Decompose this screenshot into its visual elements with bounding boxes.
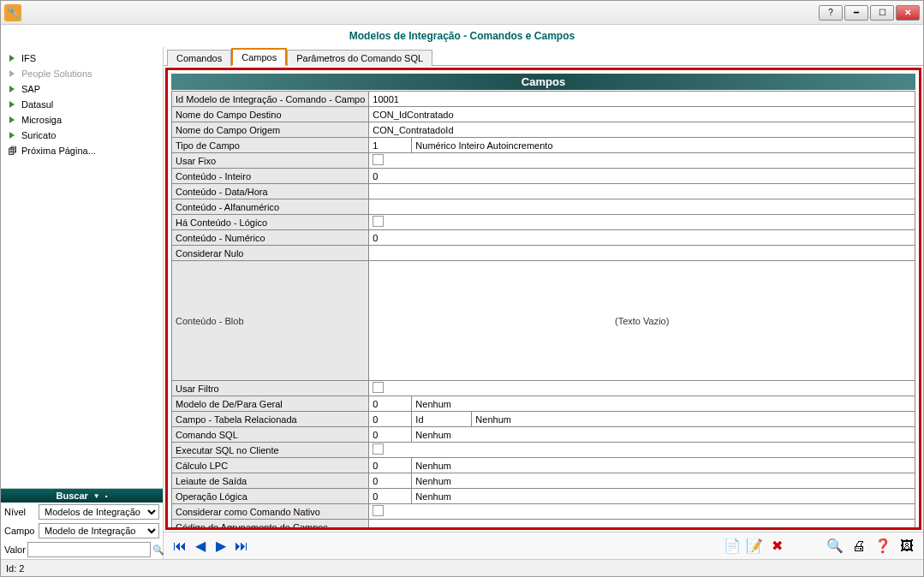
usar-fixo-value[interactable] [369,153,915,169]
modelo-depara-code[interactable]: 0 [369,396,412,412]
considerar-nativo-checkbox[interactable] [373,505,384,516]
calculo-lpc-desc[interactable]: Nenhum [412,458,915,473]
nav-buttons: ⏮ ◀ ▶ ⏭ [170,538,251,555]
usar-fixo-checkbox[interactable] [373,154,384,165]
nav-prev-button[interactable]: ◀ [191,538,210,555]
nome-origem-value[interactable]: CON_ContratadoId [369,122,915,138]
nav-last-button[interactable]: ⏭ [232,538,251,555]
form-table: Id Modelo de Integração - Comando - Camp… [171,91,915,530]
conteudo-datahora-value[interactable] [369,184,915,199]
arrow-icon [6,68,18,80]
close-button[interactable]: ✕ [896,5,920,21]
usar-fixo-label: Usar Fixo [172,153,369,169]
app-window: ? ━ ☐ ✕ Modelos de Integração - Comandos… [0,0,924,577]
tab-comandos[interactable]: Comandos [167,50,231,66]
usar-filtro-checkbox[interactable] [373,382,384,393]
tipo-campo-label: Tipo de Campo [172,138,369,153]
new-button[interactable]: 📄 [723,537,742,556]
ha-conteudo-logico-checkbox[interactable] [373,216,384,227]
considerar-nativo-value[interactable] [369,504,915,520]
considerar-nativo-label: Considerar como Comando Nativo [172,504,369,520]
tree-item-ifs[interactable]: IFS [1,51,163,66]
tab-parametros[interactable]: Parâmetros do Comando SQL [287,50,432,66]
tipo-campo-desc[interactable]: Numérico Inteiro Autoincremento [412,138,915,153]
arrow-icon [6,83,18,95]
minimize-button[interactable]: ━ [844,5,868,21]
delete-button[interactable]: ✖ [767,537,786,556]
calculo-lpc-code[interactable]: 0 [369,458,412,473]
campo-tabela-desc[interactable]: Nenhum [472,412,915,427]
executar-sql-value[interactable] [369,443,915,458]
id-modelo-value[interactable]: 10001 [369,92,915,107]
page-title: Modelos de Integração - Comandos e Campo… [1,25,923,47]
valor-input[interactable] [27,542,151,557]
nivel-select[interactable]: Modelos de Integração [39,504,159,520]
tree-view: IFS People Solutions SAP Datasul Microsi… [1,47,163,488]
campo-select[interactable]: Modelo de Integração [39,523,159,538]
help-button[interactable]: ? [819,5,843,21]
conteudo-datahora-label: Conteúdo - Data/Hora [172,184,369,199]
tree-item-sap[interactable]: SAP [1,81,163,97]
main-area: IFS People Solutions SAP Datasul Microsi… [1,47,923,559]
tree-item-suricato[interactable]: Suricato [1,128,163,143]
modelo-depara-label: Modelo de De/Para Geral [172,396,369,412]
ha-conteudo-logico-label: Há Conteúdo - Lógico [172,215,369,230]
considerar-nulo-value[interactable] [369,246,915,261]
leiaute-saida-code[interactable]: 0 [369,473,412,489]
operacao-logica-desc[interactable]: Nenhum [412,489,915,504]
usar-filtro-value[interactable] [369,381,915,396]
nome-destino-value[interactable]: CON_IdContratado [369,107,915,122]
sidebar: IFS People Solutions SAP Datasul Microsi… [1,47,164,559]
tree-item-datasul[interactable]: Datasul [1,97,163,112]
conteudo-alfa-value[interactable] [369,199,915,215]
dot-icon: • [105,492,108,500]
operacao-logica-code[interactable]: 0 [369,489,412,504]
campo-tabela-id[interactable]: Id [412,412,472,427]
modelo-depara-desc[interactable]: Nenhum [412,396,915,412]
usar-filtro-label: Usar Filtro [172,381,369,396]
conteudo-numerico-label: Conteúdo - Numérico [172,230,369,246]
conteudo-blob-value[interactable]: (Texto Vazio) [369,261,915,381]
tree-item-people-solutions[interactable]: People Solutions [1,66,163,81]
tree-item-label: Microsiga [21,115,62,125]
search-header[interactable]: Buscar ▼ • [1,489,163,503]
campo-label: Campo [4,526,37,536]
nav-first-button[interactable]: ⏮ [170,538,189,555]
campo-tabela-code[interactable]: 0 [369,412,412,427]
print-button[interactable]: 🖨 [849,537,868,556]
comando-sql-code[interactable]: 0 [369,427,412,443]
conteudo-alfa-label: Conteúdo - Alfanumérico [172,199,369,215]
nome-destino-label: Nome do Campo Destino [172,107,369,122]
leiaute-saida-desc[interactable]: Nenhum [412,473,915,489]
conteudo-numerico-value[interactable]: 0 [369,230,915,246]
maximize-button[interactable]: ☐ [870,5,894,21]
bottom-toolbar: ⏮ ◀ ▶ ⏭ 📄 📝 ✖ 🔍 🖨 ❓ 🖼 [164,532,923,559]
arrow-icon [6,114,18,126]
tree-item-label: Próxima Página... [21,146,96,156]
arrow-icon [6,129,18,141]
page-icon [6,145,18,157]
tree-item-label: Datasul [21,99,53,110]
ha-conteudo-logico-value[interactable] [369,215,915,230]
tree-next-page[interactable]: Próxima Página... [1,143,163,158]
help-action-button[interactable]: ❓ [873,537,892,556]
search-button[interactable]: 🔍 [826,537,844,556]
edit-button[interactable]: 📝 [745,537,764,556]
nivel-label: Nível [4,507,37,517]
operacao-logica-label: Operação Lógica [172,489,369,504]
titlebar: ? ━ ☐ ✕ [1,1,923,25]
image-button[interactable]: 🖼 [897,537,916,556]
tipo-campo-code[interactable]: 1 [369,138,412,153]
form-area: Campos Id Modelo de Integração - Comando… [165,68,921,530]
tab-campos[interactable]: Campos [231,48,287,66]
executar-sql-checkbox[interactable] [373,443,384,455]
tree-item-microsiga[interactable]: Microsiga [1,112,163,128]
nav-next-button[interactable]: ▶ [212,538,230,555]
comando-sql-desc[interactable]: Nenhum [412,427,915,443]
conteudo-inteiro-value[interactable]: 0 [369,169,915,184]
search-icon[interactable]: 🔍 [152,543,164,556]
executar-sql-label: Executar SQL no Cliente [172,443,369,458]
codigo-agrupamento-value[interactable] [369,520,915,531]
arrow-icon [6,52,18,64]
id-modelo-label: Id Modelo de Integração - Comando - Camp… [172,92,369,107]
